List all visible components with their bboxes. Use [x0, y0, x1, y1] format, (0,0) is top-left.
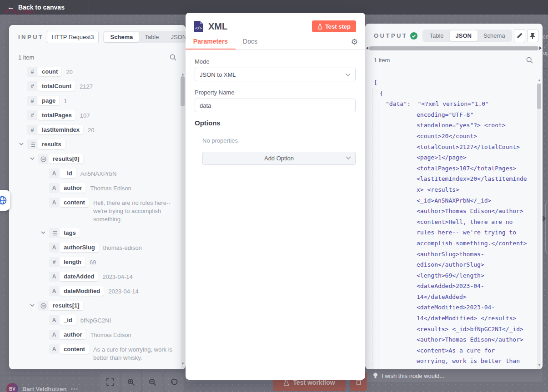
node-modal-tabs: Parameters Docs ⚙ — [186, 36, 365, 50]
schema-key-pill[interactable]: length — [60, 257, 85, 267]
mode-select[interactable]: JSON to XML — [195, 68, 356, 81]
output-horizontal-scrollbar[interactable] — [366, 46, 542, 50]
schema-key-pill[interactable]: count — [38, 67, 61, 76]
property-name-input[interactable]: data — [195, 99, 356, 112]
string-type-icon: A — [49, 272, 59, 282]
lightbulb-icon — [373, 372, 378, 379]
number-type-icon: # — [27, 81, 37, 91]
code-line: <count>20</count> — [374, 131, 536, 142]
schema-value: 20 — [88, 125, 94, 134]
schema-value: Thomas Edison — [90, 330, 131, 339]
zoom-in-button[interactable] — [121, 372, 141, 392]
code-line: edison</authorSlug> — [374, 259, 536, 270]
schema-value: 20 — [66, 67, 72, 76]
schema-row-tags: tags — [9, 228, 186, 238]
chevron-down-icon[interactable] — [30, 301, 38, 307]
scroll-down-icon[interactable]: ▼ — [538, 363, 541, 367]
schema-tree: #count20#totalCount2127#page1#totalPages… — [9, 67, 186, 362]
schema-key-pill[interactable]: totalPages — [38, 110, 75, 120]
input-source-button[interactable]: HTTP Request3 — [47, 31, 99, 43]
chevron-down-icon — [346, 156, 351, 159]
http-request-node-sliver[interactable] — [0, 190, 10, 211]
schema-value: 107 — [80, 110, 90, 120]
add-option-select[interactable]: Add Option — [202, 152, 356, 165]
string-type-icon: A — [49, 183, 59, 193]
scroll-right-icon[interactable] — [539, 46, 542, 50]
node-feedback-link[interactable]: I wish this node would... — [373, 372, 444, 379]
code-line: [ — [374, 77, 536, 88]
schema-key-pill[interactable]: totalCount — [38, 81, 75, 91]
pin-data-button[interactable] — [527, 29, 538, 42]
chevron-down-icon[interactable] — [41, 228, 49, 234]
output-scrollbar[interactable] — [537, 83, 541, 369]
chevron-down-icon — [345, 73, 351, 76]
fit-view-icon — [106, 378, 114, 386]
code-line: whisky.</content> — [374, 367, 536, 369]
edge-node-outline — [544, 45, 548, 56]
input-tab-schema[interactable]: Schema — [104, 32, 139, 42]
string-type-icon: A — [49, 330, 59, 340]
output-tab-table[interactable]: Table — [423, 30, 449, 41]
scroll-up-icon[interactable]: ▲ — [181, 72, 185, 76]
output-panel: OUTPUT TableJSONSchema 1 item [{" — [365, 24, 543, 369]
node-settings-gear-icon[interactable]: ⚙ — [351, 37, 358, 47]
schema-key-pill[interactable]: authorSlug — [60, 243, 99, 252]
input-tab-json[interactable]: JSON — [165, 32, 186, 42]
pencil-icon — [517, 33, 523, 39]
scroll-left-icon[interactable] — [366, 46, 368, 50]
schema-row-totalpages: #totalPages107 — [9, 110, 186, 120]
schema-key-pill[interactable]: author — [60, 183, 85, 193]
schema-key-pill[interactable]: _id — [60, 315, 76, 325]
input-panel-label: INPUT — [18, 34, 44, 40]
input-scrollbar[interactable] — [181, 76, 185, 369]
node-title: XML — [208, 21, 307, 32]
code-line: rules here-- we're trying to — [374, 227, 536, 238]
mode-value: JSON to XML — [200, 71, 236, 78]
schema-row-content: AcontentAs a cure for worrying, work is … — [9, 344, 186, 362]
output-json-code: [{"data": "<?xml version="1.0"encoding="… — [374, 77, 536, 369]
edit-output-button[interactable] — [514, 29, 525, 42]
zoom-out-button[interactable] — [143, 372, 162, 392]
reset-zoom-button[interactable] — [164, 372, 184, 392]
schema-key-pill[interactable]: dateAdded — [60, 272, 98, 281]
schema-key-pill[interactable]: content — [60, 198, 89, 207]
input-panel: INPUT HTTP Request3 SchemaTableJSON 1 it… — [9, 25, 186, 369]
schema-key-pill[interactable]: tags — [60, 228, 80, 238]
schema-key-pill[interactable]: results — [38, 139, 65, 149]
node-settings-modal: </> XML Test step Parameters Docs ⚙ Mode… — [186, 13, 365, 380]
back-to-canvas-label: Back to canvas — [18, 4, 65, 11]
schema-row-datemodified: AdateModified2023-04-14 — [9, 286, 186, 296]
schema-key-pill[interactable]: content — [60, 344, 89, 354]
back-to-canvas-link[interactable]: ← Back to canvas — [7, 3, 65, 11]
chevron-down-icon[interactable] — [30, 154, 38, 160]
scroll-up-icon[interactable]: ▲ — [538, 78, 541, 82]
scroll-down-icon[interactable]: ▼ — [181, 362, 185, 366]
chevron-down-icon[interactable] — [19, 139, 27, 145]
search-icon[interactable] — [170, 54, 176, 61]
number-type-icon: # — [27, 67, 37, 77]
code-line: <totalCount>2127</totalCount> — [374, 142, 536, 153]
schema-key-pill[interactable]: page — [38, 96, 59, 105]
string-type-icon: A — [49, 198, 59, 208]
output-tab-schema[interactable]: Schema — [478, 30, 511, 41]
user-menu[interactable]: BV Bart Veldhuizen ••• — [6, 383, 78, 392]
tab-docs[interactable]: Docs — [236, 36, 265, 49]
input-tab-table[interactable]: Table — [139, 32, 165, 42]
schema-row-author: AauthorThomas Edison — [9, 183, 186, 193]
schema-key-pill[interactable]: lastItemIndex — [38, 125, 83, 134]
code-line: <author>Thomas Edison</author> — [374, 334, 536, 345]
schema-value: bfNpGC2NI — [80, 315, 111, 325]
schema-key-pill[interactable]: results[0] — [49, 154, 83, 164]
schema-key-pill[interactable]: results[1] — [49, 301, 83, 310]
schema-key-pill[interactable]: _id — [60, 169, 76, 178]
user-menu-dots-icon[interactable]: ••• — [71, 386, 79, 392]
schema-key-pill[interactable]: dateModified — [60, 286, 104, 296]
tab-parameters[interactable]: Parameters — [186, 36, 236, 49]
search-icon[interactable] — [526, 57, 533, 64]
list-type-icon — [27, 139, 37, 149]
test-step-button[interactable]: Test step — [312, 20, 356, 32]
output-tab-json[interactable]: JSON — [450, 30, 478, 41]
schema-key-pill[interactable]: author — [60, 330, 85, 339]
string-type-icon: A — [49, 286, 59, 296]
fit-view-button[interactable] — [100, 372, 120, 392]
